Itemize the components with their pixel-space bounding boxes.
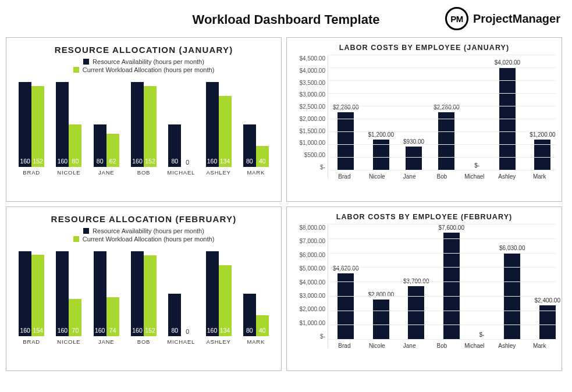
chart-x-tick: BRAD <box>16 338 47 345</box>
chart-bar: 160 <box>56 251 69 336</box>
chart-bar-group: 160152 <box>128 77 159 167</box>
chart-bar-column: $6,030.00 <box>499 224 525 340</box>
chart-data-label: 80 <box>72 158 79 165</box>
chart-y-tick: $5,000.00 <box>300 265 326 272</box>
chart-x-tick: Jane <box>398 173 421 180</box>
legend-swatch-lime-icon <box>73 67 79 73</box>
chart-resource-allocation-february: RESOURCE ALLOCATION (FEBRUARY) Resource … <box>6 206 282 371</box>
chart-data-label: 0 <box>186 159 189 166</box>
chart-plot-area: $4,620.00$2,800.00$3,700.00$7,600.00$-$6… <box>328 224 556 348</box>
chart-y-tick: $2,500.00 <box>300 104 326 110</box>
chart-bar-column: $2,280.00 <box>434 55 460 170</box>
chart-plot-area: $2,280.00$1,200.00$930.00$2,280.00$-$4,0… <box>328 55 556 179</box>
chart-y-tick: $- <box>320 164 325 170</box>
chart-bar: 160 <box>206 82 219 167</box>
chart-y-tick: $500.00 <box>304 152 325 158</box>
chart-y-tick: $6,000.00 <box>300 252 326 258</box>
chart-resource-allocation-january: RESOURCE ALLOCATION (JANUARY) Resource A… <box>6 37 282 202</box>
chart-bar: 152 <box>144 86 157 167</box>
chart-bar: 152 <box>31 86 44 167</box>
chart-bar: 160 <box>131 251 144 336</box>
chart-x-tick: Mark <box>528 343 551 349</box>
chart-bar-column: $4,620.00 <box>333 224 359 340</box>
chart-x-tick: Mark <box>528 173 551 180</box>
chart-bar-column: $3,700.00 <box>403 224 429 340</box>
chart-x-axis: BradNicoleJaneBobMichaelAshleyMark <box>328 173 556 180</box>
chart-legend: Resource Availability (hours per month) … <box>12 227 275 243</box>
chart-y-tick: $4,500.00 <box>300 55 326 62</box>
chart-y-tick: $2,000.00 <box>300 306 326 312</box>
chart-x-tick: Nicole <box>365 343 389 349</box>
chart-plot-area: 1601521608080621601528001601348040 <box>12 77 275 167</box>
chart-bar-column: $2,800.00 <box>368 224 395 340</box>
chart-x-tick: Nicole <box>365 173 389 180</box>
chart-data-label: 160 <box>20 327 30 334</box>
chart-data-label: $7,600.00 <box>439 224 465 231</box>
chart-bar-column: $7,600.00 <box>439 224 465 340</box>
chart-bar-group: 160154 <box>16 246 47 336</box>
chart-data-label: 160 <box>58 158 68 165</box>
chart-y-tick: $8,000.00 <box>300 224 326 231</box>
chart-bar-group: 16074 <box>91 246 122 336</box>
chart-data-label: 80 <box>171 158 178 165</box>
legend-label: Resource Availability (hours per month) <box>93 58 204 65</box>
chart-x-axis: BradNicoleJaneBobMichaelAshleyMark <box>328 343 556 349</box>
chart-data-label: 160 <box>20 158 30 165</box>
chart-data-label: 160 <box>95 327 105 334</box>
chart-y-tick: $4,000.00 <box>300 279 326 286</box>
chart-bar-column: $- <box>474 224 490 340</box>
chart-data-label: $2,280.00 <box>434 104 460 111</box>
chart-data-label: 70 <box>72 327 79 334</box>
chart-data-label: 80 <box>97 158 104 165</box>
chart-bar: 80 <box>94 124 106 167</box>
chart-data-label: $1,200.00 <box>368 131 395 138</box>
chart-x-tick: NICOLE <box>53 169 84 176</box>
chart-bar: 160 <box>19 82 31 167</box>
chart-data-label: 152 <box>145 327 155 334</box>
chart-x-tick: MICHAEL <box>165 338 197 345</box>
chart-bar <box>337 112 354 170</box>
chart-x-tick: JANE <box>91 169 122 176</box>
chart-data-label: $2,400.00 <box>535 297 561 304</box>
chart-bar: 160 <box>19 251 31 336</box>
chart-x-tick: MARK <box>240 338 272 345</box>
chart-bar <box>408 286 424 340</box>
legend-swatch-dark-icon <box>83 228 89 234</box>
chart-labor-costs-january: LABOR COSTS BY EMPLOYEE (JANUARY) $-$500… <box>286 37 562 202</box>
chart-plot-area: 16015416070160741601528001601348040 <box>12 246 275 336</box>
chart-bar <box>438 112 454 170</box>
chart-bar: 160 <box>56 82 69 167</box>
chart-bar: 74 <box>106 297 119 336</box>
chart-bar-group: 800 <box>165 246 197 336</box>
chart-data-label: $1,200.00 <box>530 131 556 138</box>
chart-bar: 80 <box>69 124 81 167</box>
chart-y-tick: $4,000.00 <box>300 67 326 74</box>
chart-x-tick: MICHAEL <box>165 169 197 176</box>
chart-y-tick: $1,000.00 <box>300 140 326 146</box>
chart-bar-group: 8040 <box>240 77 272 167</box>
brand-logo-icon: PM <box>445 7 468 30</box>
chart-data-label: 40 <box>259 158 266 165</box>
chart-bar <box>443 233 460 340</box>
chart-x-axis: BRADNICOLEJANEBOBMICHAELASHLEYMARK <box>12 336 275 345</box>
chart-data-label: $2,280.00 <box>333 104 359 111</box>
chart-x-tick: BOB <box>128 169 159 176</box>
legend-label: Current Workload Allocation (hours per m… <box>83 236 215 243</box>
chart-data-label: 62 <box>109 158 116 165</box>
chart-bar: 160 <box>94 251 106 336</box>
chart-y-tick: $2,000.00 <box>300 116 326 122</box>
chart-x-tick: Brad <box>333 343 356 349</box>
chart-data-label: $4,020.00 <box>495 59 521 66</box>
chart-x-tick: Ashley <box>495 173 518 180</box>
chart-y-axis: $-$1,000.00$2,000.00$3,000.00$4,000.00$5… <box>293 224 328 348</box>
chart-x-tick: Brad <box>333 173 356 180</box>
chart-bar: 154 <box>31 255 44 336</box>
chart-data-label: 160 <box>58 327 68 334</box>
chart-x-tick: Michael <box>463 343 486 349</box>
chart-bar: 80 <box>168 294 181 336</box>
chart-y-tick: $3,000.00 <box>300 91 326 98</box>
chart-x-tick: BOB <box>128 338 159 345</box>
chart-title: RESOURCE ALLOCATION (JANUARY) <box>12 45 275 55</box>
chart-data-label: 160 <box>132 327 143 334</box>
chart-bar <box>373 300 389 340</box>
